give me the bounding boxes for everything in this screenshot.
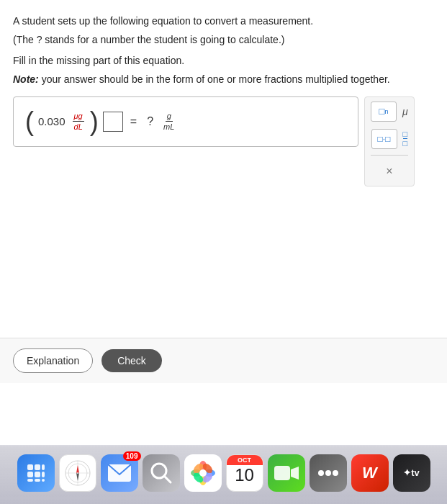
unit-fraction: μg dL xyxy=(73,112,84,131)
close-paren: ) xyxy=(90,109,99,135)
fraction-input[interactable] xyxy=(103,112,123,132)
result-numerator: g xyxy=(166,112,173,122)
close-toolbar-button[interactable]: × xyxy=(379,161,399,181)
explanation-button[interactable]: Explanation xyxy=(13,348,93,373)
dock-item-mail[interactable]: 109 xyxy=(101,454,138,492)
toolbar-divider xyxy=(371,155,408,156)
safari-svg xyxy=(64,459,91,487)
open-paren: ( xyxy=(25,109,34,135)
spotlight-svg xyxy=(149,461,173,485)
svg-rect-1 xyxy=(35,464,40,470)
photos-icon xyxy=(184,454,222,492)
problem-line4: Note: your answer should be in the form … xyxy=(13,71,434,87)
photos-svg xyxy=(189,459,217,487)
svg-rect-0 xyxy=(27,464,33,470)
bottom-button-area: Explanation Check xyxy=(0,338,447,383)
spotlight-icon xyxy=(143,454,180,492)
superscript-exp-icon: n xyxy=(384,108,388,115)
dot-multiply-button[interactable]: □·□ xyxy=(371,129,397,149)
dot-multiply-icon: □·□ xyxy=(378,134,391,144)
dock-item-spotlight[interactable] xyxy=(143,454,180,492)
svg-rect-8 xyxy=(42,479,45,482)
svg-line-18 xyxy=(164,476,171,482)
svg-rect-5 xyxy=(42,472,45,477)
svg-rect-3 xyxy=(27,472,33,477)
problem-line3: Fill in the missing part of this equatio… xyxy=(13,53,434,68)
problem-line2: (The ? stands for a number the student i… xyxy=(13,32,434,48)
svg-rect-6 xyxy=(27,479,33,482)
mail-svg xyxy=(107,464,132,482)
check-button[interactable]: Check xyxy=(101,349,162,372)
safari-icon xyxy=(59,454,96,492)
dots-svg xyxy=(317,469,339,477)
problem-line1: A student sets up the following equation… xyxy=(13,13,434,29)
svg-rect-4 xyxy=(35,472,40,477)
svg-point-27 xyxy=(199,469,207,477)
news-icon: W xyxy=(351,454,389,492)
launchpad-icon xyxy=(17,454,55,492)
dock-item-launchpad[interactable] xyxy=(17,454,55,492)
superscript-button[interactable]: □n xyxy=(371,102,397,122)
math-toolbar: □n μ □·□ □ □ × xyxy=(364,96,415,186)
dock-item-calendar[interactable]: OCT 10 xyxy=(226,454,263,492)
toolbar-top-row: □n μ xyxy=(371,102,408,122)
dock-item-tv[interactable]: ✦tv xyxy=(393,454,430,492)
fraction-symbol: □ □ xyxy=(403,130,408,148)
equals-sign: = xyxy=(130,115,137,128)
dock-item-safari[interactable] xyxy=(59,454,96,492)
mail-badge: 109 xyxy=(123,451,141,461)
svg-marker-29 xyxy=(291,467,299,480)
mail-icon: 109 xyxy=(101,454,138,492)
unit-denominator: dL xyxy=(73,122,84,131)
note-prefix: Note: xyxy=(13,73,42,85)
svg-point-30 xyxy=(318,470,324,476)
calendar-day: 10 xyxy=(235,465,254,486)
number-value: 0.030 xyxy=(38,115,66,127)
mu-label: μ xyxy=(402,106,408,117)
superscript-base-icon: □ xyxy=(379,106,385,117)
note-body: your answer should be in the form of one… xyxy=(42,73,390,85)
calendar-month: OCT xyxy=(227,455,263,465)
unit-numerator: μg xyxy=(73,112,84,122)
result-fraction: g mL xyxy=(162,112,176,131)
facetime-svg xyxy=(274,464,299,482)
tv-label: ✦tv xyxy=(403,467,420,478)
svg-rect-7 xyxy=(35,479,40,482)
facetime-icon xyxy=(268,454,305,492)
svg-rect-2 xyxy=(42,464,45,470)
result-denominator: mL xyxy=(162,122,176,131)
dock-item-photos[interactable] xyxy=(184,454,222,492)
news-letter: W xyxy=(362,464,377,482)
macos-dock: 109 xyxy=(0,445,447,504)
calendar-icon: OCT 10 xyxy=(226,454,263,492)
dock-item-dots[interactable] xyxy=(310,454,347,492)
close-icon: × xyxy=(386,165,392,178)
tv-icon: ✦tv xyxy=(393,454,430,492)
svg-rect-28 xyxy=(274,466,290,480)
equation-area: ( 0.030 μg dL ) = ? g mL xyxy=(13,96,434,186)
toolbar-bottom-row: □·□ □ □ xyxy=(371,129,408,149)
equation-box: ( 0.030 μg dL ) = ? g mL xyxy=(13,96,358,147)
dock-item-news[interactable]: W xyxy=(351,454,389,492)
dock-item-facetime[interactable] xyxy=(268,454,305,492)
svg-point-31 xyxy=(325,470,331,476)
question-mark: ? xyxy=(147,115,153,128)
launchpad-svg xyxy=(24,462,48,485)
three-dots-icon xyxy=(310,454,347,492)
svg-point-32 xyxy=(333,470,338,476)
main-content: A student sets up the following equation… xyxy=(0,0,447,446)
